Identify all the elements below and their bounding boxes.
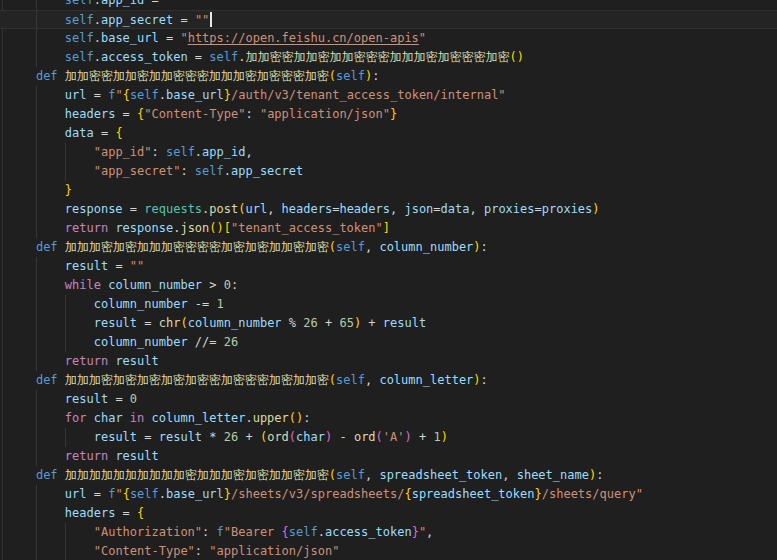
code-token: {: [123, 88, 130, 102]
code-line[interactable]: return response.json()["tenant_access_to…: [0, 219, 777, 238]
indent-guide: [36, 143, 37, 162]
indent-whitespace: [7, 145, 94, 159]
code-token: 65: [339, 316, 353, 330]
code-line[interactable]: result = "": [0, 257, 777, 276]
code-token: column_number: [108, 278, 202, 292]
code-line[interactable]: self.app_id = "": [0, 0, 777, 10]
code-token: app_id: [202, 145, 245, 159]
code-line[interactable]: column_number -= 1: [0, 295, 777, 314]
code-token: "tenant_access_token": [231, 221, 383, 235]
code-token: "app_id": [94, 145, 152, 159]
code-token: app_secret: [101, 13, 173, 27]
code-token: ): [473, 373, 480, 387]
code-token: headers: [282, 202, 333, 216]
code-line[interactable]: self.app_secret = "": [0, 10, 777, 29]
code-line[interactable]: "Authorization": f"Bearer {self.access_t…: [0, 523, 777, 542]
code-token: -=: [188, 297, 217, 311]
code-token: =: [159, 31, 181, 45]
code-token: char: [94, 411, 123, 425]
code-line[interactable]: return result: [0, 352, 777, 371]
code-token: "Bearer: [224, 525, 282, 539]
code-line[interactable]: "app_secret": self.app_secret: [0, 162, 777, 181]
indent-whitespace: [7, 430, 94, 444]
code-token: =: [173, 13, 195, 27]
code-token: "application/json": [209, 544, 339, 558]
code-token: spreadsheet_token: [379, 468, 502, 482]
code-token: result: [94, 430, 137, 444]
code-token: (: [509, 50, 516, 64]
code-line[interactable]: url = f"{self.base_url}/auth/v3/tenant_a…: [0, 86, 777, 105]
code-token: =: [137, 430, 159, 444]
code-token: column_number: [188, 316, 282, 330]
code-token: "application/json": [260, 107, 390, 121]
code-token: (: [180, 316, 187, 330]
code-line[interactable]: def 加加密密加加密加加密密密加加加密加密密密加密(self):: [0, 67, 777, 86]
code-token: char: [296, 430, 325, 444]
code-line[interactable]: "Content-Type": "application/json": [0, 542, 777, 560]
code-token: column_letter: [379, 373, 473, 387]
indent-guide: [65, 428, 66, 447]
code-line[interactable]: def 加加加加加加加加加加密加加加密加密加加密加密(self, spreads…: [0, 466, 777, 485]
code-token: {: [115, 126, 122, 140]
code-token: =: [123, 202, 145, 216]
indent-guide: [36, 485, 37, 504]
code-token: /auth/v3/tenant_access_token/internal": [231, 88, 506, 102]
code-token: ): [517, 50, 524, 64]
code-line[interactable]: data = {: [0, 124, 777, 143]
code-token: (: [329, 468, 336, 482]
code-token: 加加加加加加加加加加密加加加密加密加加密加密: [65, 468, 329, 482]
code-token: ): [592, 202, 599, 216]
url-link[interactable]: https://open.feishu.cn/open-apis: [188, 31, 419, 45]
code-line[interactable]: headers = {: [0, 504, 777, 523]
code-token: result: [94, 316, 137, 330]
code-token: headers: [65, 107, 116, 121]
code-token: response: [65, 202, 123, 216]
code-token: :: [481, 240, 488, 254]
code-token: =: [137, 316, 159, 330]
code-token: result: [65, 392, 108, 406]
code-token: ": [115, 88, 122, 102]
indent-whitespace: [7, 335, 94, 349]
code-token: column_number: [94, 335, 188, 349]
indent-guide: [36, 105, 37, 124]
code-line[interactable]: response = requests.post(url, headers=he…: [0, 200, 777, 219]
code-token: self: [336, 69, 365, 83]
code-token: "": [166, 0, 180, 7]
code-token: 加加加密加密加密加密加密密加密密密加密加加密: [65, 373, 329, 387]
code-token: /sheets/query": [542, 487, 643, 501]
code-token: def: [36, 468, 65, 482]
code-line[interactable]: column_number //= 26: [0, 333, 777, 352]
code-token: ,: [426, 525, 433, 539]
code-token: 加加密密加加密加加密密密加加加密加密密密加密: [245, 50, 509, 64]
code-token: self: [289, 525, 318, 539]
code-token: %: [282, 316, 304, 330]
code-line[interactable]: self.access_token = self.加加密密加加密加加密密密加加加…: [0, 48, 777, 67]
code-line[interactable]: result = result * 26 + (ord(char) - ord(…: [0, 428, 777, 447]
code-token: column_letter: [152, 411, 246, 425]
code-line[interactable]: def 加加加密加密加加加密密密密加密加密加加密加密(self, column_…: [0, 238, 777, 257]
code-line[interactable]: def 加加加密加密加密加密加密密加密密密加密加加密(self, column_…: [0, 371, 777, 390]
code-token: access_token: [101, 50, 188, 64]
code-token: :: [202, 525, 216, 539]
code-line[interactable]: result = 0: [0, 390, 777, 409]
code-token: :: [481, 373, 488, 387]
code-line[interactable]: return result: [0, 447, 777, 466]
code-token: ,: [365, 240, 379, 254]
code-line[interactable]: "app_id": self.app_id,: [0, 143, 777, 162]
code-token: url: [65, 88, 87, 102]
code-token: json: [180, 221, 209, 235]
indent-guide: [36, 162, 37, 181]
code-line[interactable]: for char in column_letter.upper():: [0, 409, 777, 428]
code-line[interactable]: }: [0, 181, 777, 200]
code-line[interactable]: while column_number > 0:: [0, 276, 777, 295]
code-line[interactable]: self.base_url = "https://open.feishu.cn/…: [0, 29, 777, 48]
indent-whitespace: [7, 164, 94, 178]
code-token: :: [195, 544, 209, 558]
code-token: =: [108, 392, 130, 406]
code-line[interactable]: result = chr(column_number % 26 + 65) + …: [0, 314, 777, 333]
code-token: (: [209, 221, 216, 235]
indent-guide: [36, 11, 37, 28]
code-line[interactable]: headers = {"Content-Type": "application/…: [0, 105, 777, 124]
code-line[interactable]: url = f"{self.base_url}/sheets/v3/spread…: [0, 485, 777, 504]
code-token: "Content-Type": [144, 107, 245, 121]
